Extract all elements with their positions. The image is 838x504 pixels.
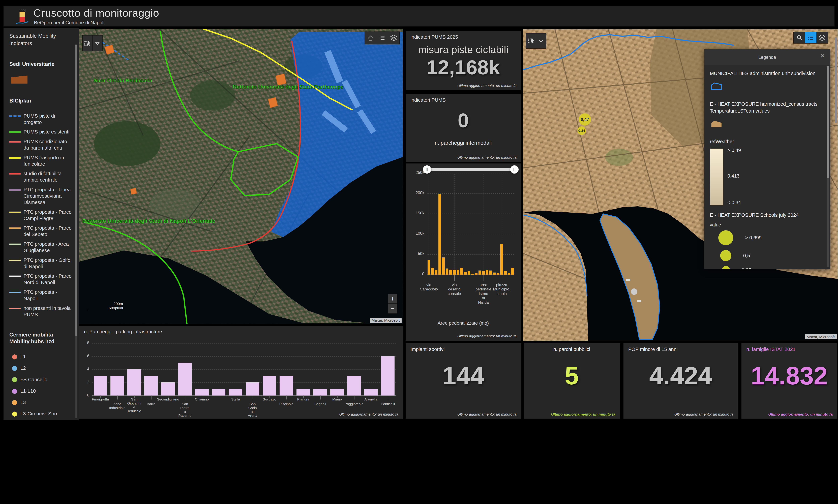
line-swatch <box>10 157 21 159</box>
bar[interactable] <box>178 363 192 395</box>
bar[interactable] <box>161 382 175 395</box>
sidebar-scrollbar-thumb[interactable] <box>75 44 77 336</box>
hub-legend-item: L2 <box>10 365 72 371</box>
heat-tracts-swatch <box>710 120 825 129</box>
bar[interactable] <box>486 270 488 274</box>
bar[interactable] <box>246 382 259 395</box>
last-updated: Ultimo aggiornamento: un minuto fa <box>457 155 517 160</box>
bar[interactable] <box>364 389 378 395</box>
bar[interactable] <box>504 271 507 274</box>
bar[interactable] <box>511 268 514 274</box>
line-swatch <box>10 212 21 213</box>
sedi-universitarie-swatch <box>11 75 28 84</box>
dot-swatch <box>12 389 17 394</box>
bar[interactable] <box>478 270 481 274</box>
layers-icon[interactable] <box>388 32 399 44</box>
bar[interactable] <box>212 389 226 395</box>
home-icon[interactable] <box>365 32 377 44</box>
bar[interactable] <box>464 272 467 274</box>
bar[interactable] <box>482 271 485 274</box>
bar[interactable] <box>453 270 456 274</box>
bar[interactable] <box>438 194 441 274</box>
bar[interactable] <box>449 270 452 274</box>
left-map[interactable]: Suor Orsola Benincasa Rettorato Universi… <box>79 29 403 324</box>
map-label: Suor Orsola Benincasa <box>93 77 152 84</box>
bar[interactable] <box>471 274 474 274</box>
bar[interactable] <box>431 268 434 274</box>
legend-item-label: PTC proposta - Golfo di Napoli <box>23 257 72 270</box>
bar[interactable] <box>313 389 327 395</box>
left-map-toolbar <box>365 32 400 44</box>
circle-swatch <box>720 250 731 261</box>
legend-item-label: PTC proposta - Napoli <box>23 289 72 302</box>
close-icon[interactable]: ✕ <box>820 52 825 60</box>
bar[interactable] <box>296 389 310 395</box>
sidebar-heading-biciplan: BICIplan <box>10 97 72 104</box>
legend-item-label: PUMS piste di progetto <box>23 113 72 125</box>
map-attribution: Maxar, Microsoft <box>370 318 402 323</box>
bar[interactable] <box>508 273 510 274</box>
bar[interactable] <box>446 269 448 274</box>
line-swatch <box>10 275 21 277</box>
legend-list-icon[interactable] <box>805 32 816 43</box>
school-circle-legend: > 0,6990,50,350,2 <box>710 230 825 269</box>
bar[interactable] <box>493 272 496 274</box>
bar[interactable] <box>94 376 107 395</box>
bar[interactable] <box>489 270 492 274</box>
search-icon[interactable] <box>794 32 805 43</box>
bar[interactable] <box>127 369 141 395</box>
hubs-legend: L1L2FS CancelloL1-L10L3L3-Circumv. Sorr. <box>10 354 72 417</box>
select-features-icon[interactable] <box>83 36 92 51</box>
bar[interactable] <box>263 376 276 395</box>
kpi-pop-minore-15: POP minore di 15 anni 4.424 Ultimo aggio… <box>624 343 738 419</box>
kpi-title: Impianti sportivi <box>411 346 444 352</box>
kpi-famiglie-istat: n. famiglie ISTAT 2021 14.832 Ultimo agg… <box>741 343 837 419</box>
bar[interactable] <box>442 257 445 274</box>
bar[interactable] <box>468 271 470 274</box>
bar[interactable] <box>497 273 500 274</box>
sidebar-scrollbar[interactable] <box>75 44 77 418</box>
bar[interactable] <box>280 376 293 395</box>
bar[interactable] <box>144 376 158 395</box>
bar[interactable] <box>330 389 344 395</box>
bar[interactable] <box>110 376 124 395</box>
bar[interactable] <box>195 389 209 395</box>
bar[interactable] <box>427 260 430 274</box>
zoom-in-button[interactable]: + <box>388 294 397 304</box>
kpi-impianti-sportivi: Impianti sportivi 144 Ultimo aggiornamen… <box>406 343 521 419</box>
legend-scrollbar[interactable] <box>827 66 829 267</box>
line-swatch <box>10 189 21 191</box>
circle-swatch <box>718 230 733 245</box>
bar[interactable] <box>347 376 361 395</box>
bar[interactable] <box>435 270 437 274</box>
bar[interactable] <box>229 389 243 395</box>
parking-bar-chart: 02468FuorigrottaZonaIndustrialeSanGiovan… <box>79 326 403 419</box>
school-circle-row: 0,35 <box>710 266 825 269</box>
bar[interactable] <box>457 270 459 274</box>
range-slider[interactable]: || || <box>427 168 514 171</box>
legend-list-icon[interactable] <box>377 32 388 44</box>
zoom-out-button[interactable]: − <box>388 304 397 313</box>
page-scrollbar-thumb[interactable] <box>835 37 837 123</box>
hub-legend-item: L3-Circumv. Sorr. <box>10 411 72 417</box>
bar[interactable] <box>460 268 463 274</box>
legend-item-label: studio di fattibilita ambito centrale <box>23 170 72 183</box>
kpi-parchi-pubblici: n. parchi pubblici 5 Ultimo aggiornament… <box>524 343 619 419</box>
right-map[interactable]: 0,47 0,34 Le <box>523 29 838 341</box>
slider-handle-right[interactable]: || <box>510 165 518 174</box>
layers-icon[interactable] <box>816 32 828 43</box>
x-tick-label: Bagnoli <box>307 402 334 406</box>
circle-label: > 0,699 <box>745 235 762 240</box>
chevron-down-icon[interactable] <box>536 34 546 48</box>
biciplan-legend-item: PTC proposta - Area Giuglianese <box>10 241 72 254</box>
indicator-value: 12,168k <box>406 56 521 79</box>
legend-item-label: FS Cancello <box>20 376 47 383</box>
biciplan-legend-item: PTC proposta - Napoli <box>10 289 72 302</box>
kpi-title: n. parchi pubblici <box>524 346 619 352</box>
bar[interactable] <box>381 356 395 395</box>
bar[interactable] <box>475 273 477 274</box>
select-features-icon[interactable] <box>526 34 536 48</box>
bar[interactable] <box>500 244 503 274</box>
x-tick-label: Pianura <box>290 397 317 401</box>
chevron-down-icon[interactable] <box>93 36 102 51</box>
